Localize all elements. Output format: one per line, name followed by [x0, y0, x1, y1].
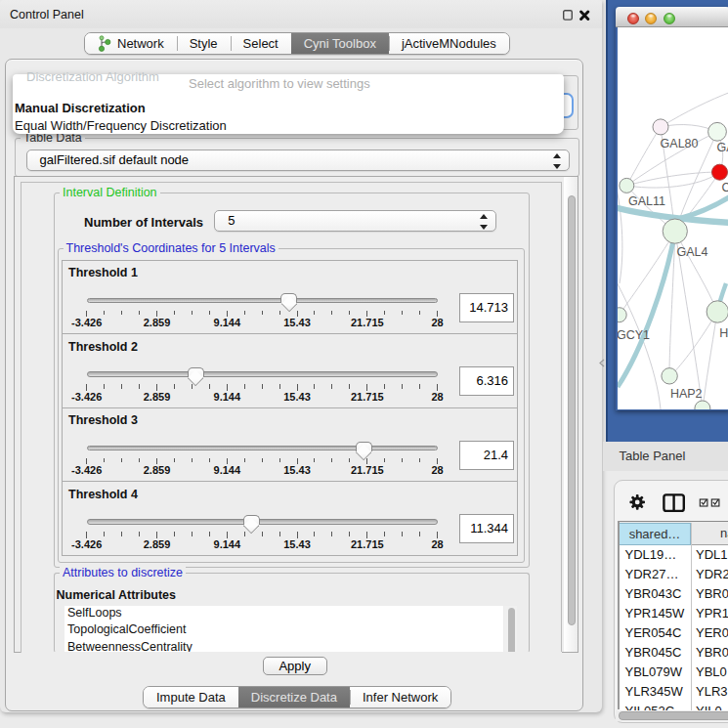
svg-text:GA: GA	[716, 141, 727, 154]
svg-text:CY: CY	[721, 181, 728, 194]
svg-text:GCY1: GCY1	[618, 328, 650, 342]
svg-text:HA: HA	[719, 326, 728, 340]
svg-text:HAP2: HAP2	[670, 387, 703, 401]
svg-text:GAL4: GAL4	[676, 245, 707, 259]
svg-text:GAL11: GAL11	[628, 194, 665, 208]
svg-text:GAL80: GAL80	[660, 137, 698, 150]
